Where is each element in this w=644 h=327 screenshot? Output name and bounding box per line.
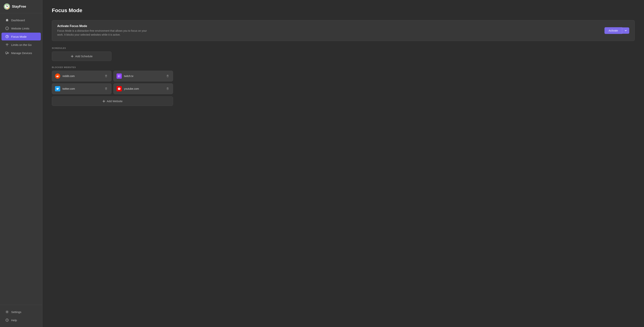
schedules-section: SCHEDULES Add Schedule — [52, 47, 635, 61]
delete-twitch-button[interactable] — [166, 74, 170, 78]
delete-youtube-button[interactable] — [166, 86, 170, 91]
sidebar-item-website-limits-label: Website Limits — [11, 27, 29, 30]
devices-icon — [5, 51, 9, 55]
activate-focus-mode-card: Activate Focus Mode Focus Mode is a dist… — [52, 20, 635, 41]
page-title: Focus Mode — [52, 8, 635, 14]
svg-rect-21 — [106, 76, 107, 77]
svg-point-5 — [7, 6, 7, 7]
add-website-label: Add Website — [107, 100, 123, 103]
svg-rect-33 — [106, 88, 107, 90]
svg-rect-27 — [167, 76, 168, 77]
website-item-left-reddit: reddit.com — [55, 74, 74, 79]
plus-icon — [71, 55, 74, 58]
youtube-icon — [116, 86, 122, 91]
svg-text:?: ? — [6, 319, 8, 322]
trash-icon — [104, 87, 108, 90]
main-content: Focus Mode Activate Focus Mode Focus Mod… — [42, 0, 644, 327]
svg-rect-39 — [167, 88, 168, 90]
blocked-websites-label: BLOCKED WEBSITES — [52, 66, 635, 68]
add-schedule-label: Add Schedule — [75, 54, 92, 58]
gear-icon — [5, 310, 9, 314]
sidebar-item-limits-on-the-go[interactable]: Limits on the Go — [2, 41, 41, 49]
add-website-button[interactable]: Add Website — [52, 96, 173, 106]
logo-icon — [4, 3, 10, 10]
sidebar-item-limits-on-the-go-label: Limits on the Go — [11, 43, 32, 46]
reddit-site-name: reddit.com — [62, 74, 74, 78]
help-icon: ? — [5, 318, 9, 322]
chevron-down-icon — [624, 29, 627, 32]
sidebar-item-manage-devices[interactable]: Manage Devices — [2, 49, 41, 57]
sidebar-item-website-limits[interactable]: ! Website Limits — [2, 24, 41, 32]
activate-card-description: Focus Mode is a distraction-free environ… — [57, 29, 150, 37]
sidebar-item-settings[interactable]: Settings — [2, 308, 41, 316]
app-logo: StayFree — [0, 0, 42, 13]
website-item-youtube: youtube.com — [113, 83, 173, 94]
sidebar: StayFree Dashboard ! Website Limits — [0, 0, 42, 327]
sidebar-nav: Dashboard ! Website Limits Focus Mode — [0, 13, 42, 305]
home-icon — [5, 18, 9, 22]
warning-icon: ! — [5, 26, 9, 30]
website-item-twitter: twitter.com — [52, 83, 112, 94]
sidebar-item-help[interactable]: ? Help — [2, 316, 41, 324]
sidebar-item-focus-mode[interactable]: Focus Mode — [2, 33, 41, 40]
sidebar-item-manage-devices-label: Manage Devices — [11, 52, 32, 54]
website-item-left-twitch: twitch.tv — [116, 74, 134, 79]
website-item-left-youtube: youtube.com — [116, 86, 139, 91]
sidebar-item-settings-label: Settings — [11, 310, 21, 314]
wifi-icon — [5, 43, 9, 46]
activate-dropdown-button[interactable] — [622, 28, 629, 34]
svg-rect-12 — [8, 52, 8, 54]
website-item-reddit: reddit.com — [52, 71, 112, 82]
delete-twitter-button[interactable] — [104, 86, 108, 91]
twitter-icon — [55, 86, 60, 91]
sidebar-bottom: Settings ? Help — [0, 305, 42, 327]
reddit-icon — [55, 74, 60, 79]
twitter-site-name: twitter.com — [62, 87, 75, 90]
app-name: StayFree — [12, 5, 26, 8]
plus-icon — [102, 100, 105, 103]
activate-card-title: Activate Focus Mode — [57, 24, 150, 28]
trash-icon — [166, 74, 169, 78]
blocked-websites-section: BLOCKED WEBSITES reddit.com — [52, 66, 635, 106]
trash-icon — [166, 87, 169, 90]
website-item-left-twitter: twitter.com — [55, 86, 75, 91]
add-schedule-button[interactable]: Add Schedule — [52, 52, 112, 61]
svg-text:!: ! — [7, 28, 8, 30]
websites-grid: reddit.com — [52, 71, 635, 94]
svg-point-15 — [6, 311, 8, 312]
sidebar-item-dashboard-label: Dashboard — [11, 19, 25, 22]
activate-card-content: Activate Focus Mode Focus Mode is a dist… — [57, 24, 150, 37]
sidebar-item-help-label: Help — [11, 318, 17, 322]
sidebar-item-focus-mode-label: Focus Mode — [11, 35, 27, 38]
twitch-site-name: twitch.tv — [124, 74, 134, 78]
schedules-label: SCHEDULES — [52, 47, 635, 49]
activate-button[interactable]: Activate — [604, 27, 622, 34]
sidebar-item-dashboard[interactable]: Dashboard — [2, 16, 41, 24]
website-item-twitch: twitch.tv — [113, 71, 173, 82]
svg-rect-11 — [6, 52, 8, 54]
youtube-site-name: youtube.com — [124, 87, 139, 90]
delete-reddit-button[interactable] — [104, 74, 108, 78]
twitch-icon — [116, 74, 122, 79]
clock-icon — [5, 35, 9, 38]
activate-btn-group: Activate — [604, 27, 629, 34]
trash-icon — [104, 74, 108, 78]
